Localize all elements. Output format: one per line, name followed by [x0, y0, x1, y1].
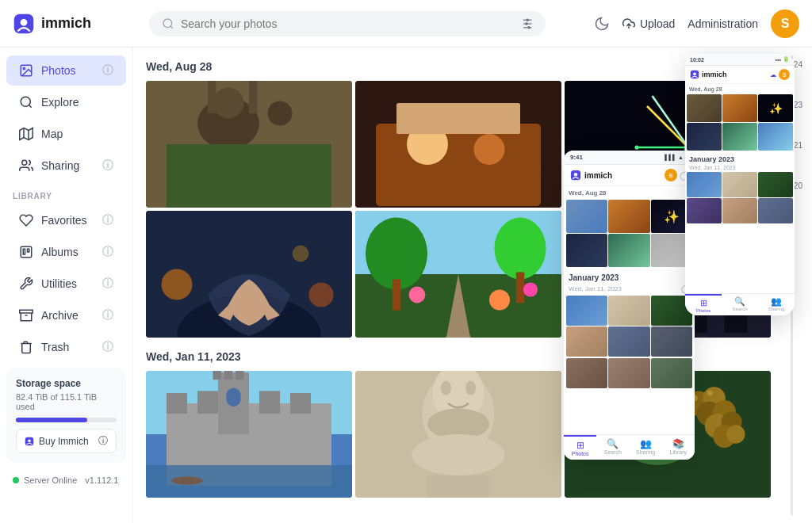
phone-photo-4[interactable] — [687, 123, 722, 151]
tablet-photo-7[interactable] — [566, 296, 607, 326]
tablet-photo-4[interactable] — [566, 234, 607, 267]
user-avatar[interactable]: S — [771, 10, 799, 38]
phone-overlay: 10:02 ▪▪▪ 🔋 immich ☁ S Wed, Aug 28 — [685, 54, 795, 315]
trash-info-icon[interactable]: ⓘ — [102, 340, 113, 354]
sidebar-item-favorites[interactable]: Favorites ⓘ — [6, 205, 126, 235]
photo-hands[interactable] — [146, 211, 352, 338]
filter-icon[interactable] — [522, 17, 533, 30]
utilities-info-icon[interactable]: ⓘ — [102, 277, 113, 291]
svg-rect-21 — [23, 249, 25, 254]
tablet-nav-search[interactable]: 🔍 Search — [596, 435, 629, 460]
svg-point-26 — [28, 439, 31, 442]
tablet-nav-library[interactable]: 📚 Library — [662, 435, 695, 460]
photo-statue[interactable] — [355, 371, 561, 498]
search-input[interactable] — [181, 17, 515, 30]
phone-section1: January 2023 — [685, 151, 795, 165]
sidebar-item-map[interactable]: Map — [6, 119, 126, 149]
phone-photo-9[interactable] — [758, 172, 793, 197]
phone-nav-sharing[interactable]: 👥 Sharing — [758, 294, 795, 315]
sidebar-item-utilities[interactable]: Utilities ⓘ — [6, 269, 126, 299]
map-icon — [19, 127, 33, 141]
tablet-photo-15[interactable] — [651, 358, 692, 388]
phone-header-icons: ☁ S — [770, 69, 790, 80]
tablet-app-logo: immich — [570, 170, 612, 181]
search-bar[interactable] — [149, 11, 546, 36]
phone-photo-10[interactable] — [687, 198, 722, 223]
svg-point-1 — [21, 18, 28, 25]
phone-avatar[interactable]: S — [779, 69, 790, 80]
phone-photo-12[interactable] — [758, 198, 793, 223]
tablet-logo-icon — [570, 170, 581, 181]
phone-photo-2[interactable] — [722, 94, 757, 122]
upload-button[interactable]: Upload — [622, 17, 675, 30]
phone-photo-1[interactable] — [687, 94, 722, 122]
tablet-photo-10[interactable] — [566, 326, 607, 357]
phone-photo-11[interactable] — [722, 198, 757, 223]
photo-dinner[interactable] — [355, 81, 561, 208]
photo-castle[interactable] — [146, 371, 352, 498]
photo-zoo[interactable] — [146, 81, 352, 208]
status-dot — [13, 477, 19, 483]
buy-immich-label: Buy Immich — [39, 436, 89, 447]
svg-point-100 — [441, 380, 451, 395]
sidebar-item-albums[interactable]: Albums ⓘ — [6, 237, 126, 267]
tablet-avatar[interactable]: S — [665, 169, 677, 181]
albums-info-icon[interactable]: ⓘ — [102, 245, 113, 259]
trash-label: Trash — [41, 341, 69, 353]
phone-photo-6[interactable] — [758, 123, 793, 151]
tablet-date2: Wed, Jan 11, 2023 — [569, 285, 622, 292]
svg-point-103 — [412, 434, 505, 475]
phone-photo-8[interactable] — [722, 172, 757, 197]
phone-nav-photos[interactable]: ⊞ Photos — [685, 294, 722, 315]
buy-immich-button[interactable]: Buy Immich ⓘ — [16, 429, 117, 453]
svg-rect-104 — [427, 475, 489, 498]
tablet-photo-11[interactable] — [608, 326, 649, 357]
tablet-photo-1[interactable] — [566, 200, 607, 233]
sidebar-item-explore[interactable]: Explore — [6, 87, 126, 117]
administration-button[interactable]: Administration — [688, 17, 758, 30]
tablet-photo-12[interactable] — [651, 326, 692, 357]
photo-park[interactable] — [355, 211, 561, 338]
svg-point-69 — [308, 282, 333, 307]
tablet-nav-photos[interactable]: ⊞ Photos — [564, 435, 596, 460]
tablet-photo-8[interactable] — [608, 296, 649, 326]
date-header-jan11: Wed, Jan 11, 2023 — [146, 350, 799, 363]
server-status: Server Online v1.112.1 — [0, 469, 132, 491]
svg-rect-30 — [167, 144, 331, 208]
storage-description: 82.4 TiB of 115.1 TiB used — [16, 392, 117, 411]
tablet-photo-5[interactable] — [608, 234, 649, 267]
phone-photo-5[interactable] — [722, 123, 757, 151]
svg-rect-88 — [259, 391, 280, 414]
tablet-nav-sharing[interactable]: 👥 Sharing — [630, 435, 662, 460]
favorites-info-icon[interactable]: ⓘ — [102, 213, 113, 227]
tablet-photo-2[interactable] — [608, 200, 649, 233]
albums-icon — [19, 245, 33, 259]
sidebar-item-archive[interactable]: Archive ⓘ — [6, 300, 126, 330]
sharing-info-icon[interactable]: ⓘ — [102, 158, 113, 173]
svg-point-10 — [525, 22, 527, 24]
phone-nav-search[interactable]: 🔍 Search — [722, 294, 758, 315]
map-label: Map — [41, 128, 63, 140]
tablet-photo-14[interactable] — [608, 358, 649, 388]
sidebar-item-photos[interactable]: Photos ⓘ — [6, 55, 126, 86]
phone-bottom-nav: ⊞ Photos 🔍 Search 👥 Sharing — [685, 293, 795, 315]
phone-signal-icons: ▪▪▪ — [776, 57, 781, 63]
phone-battery: 🔋 — [783, 56, 790, 63]
svg-point-11 — [527, 26, 529, 28]
svg-point-2 — [163, 19, 172, 28]
svg-rect-92 — [224, 371, 232, 380]
archive-info-icon[interactable]: ⓘ — [102, 308, 113, 323]
phone-photo-3[interactable]: ✨ — [758, 94, 793, 122]
sidebar-item-sharing[interactable]: Sharing ⓘ — [6, 151, 126, 181]
sidebar-item-trash[interactable]: Trash ⓘ — [6, 332, 126, 362]
dark-mode-button[interactable] — [594, 16, 610, 32]
tablet-photo-13[interactable] — [566, 358, 607, 388]
svg-point-81 — [523, 282, 538, 296]
svg-point-75 — [366, 218, 427, 290]
phone-app-logo: immich — [690, 70, 727, 79]
buy-info-icon[interactable]: ⓘ — [98, 434, 108, 448]
svg-rect-91 — [213, 371, 221, 380]
svg-rect-78 — [516, 272, 524, 303]
photos-info-icon[interactable]: ⓘ — [102, 63, 113, 78]
phone-photo-7[interactable] — [687, 172, 722, 197]
